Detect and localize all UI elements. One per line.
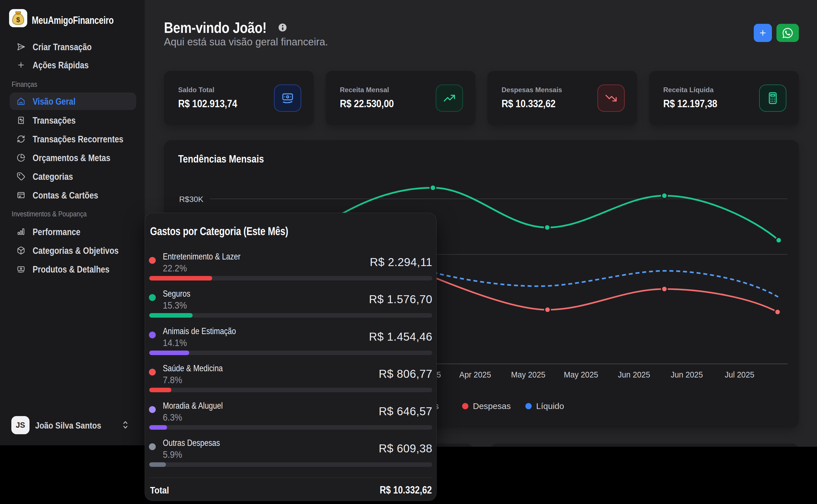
svg-text:$: $: [16, 16, 20, 24]
